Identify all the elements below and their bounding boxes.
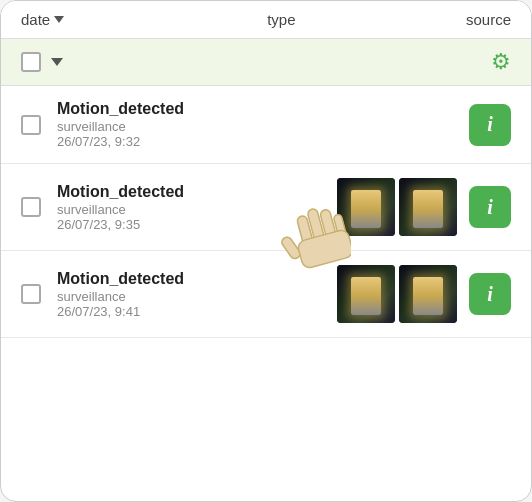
sort-icon bbox=[54, 16, 64, 23]
thumbnail-image bbox=[337, 178, 395, 236]
date-column-header[interactable]: date bbox=[21, 11, 205, 28]
chevron-down-icon[interactable] bbox=[51, 58, 63, 66]
item-checkbox[interactable] bbox=[21, 197, 41, 217]
item-subtitle: surveillance bbox=[57, 289, 337, 304]
thumbnail-group bbox=[337, 178, 457, 236]
filter-bar: ⚙ bbox=[1, 39, 531, 86]
item-info: Motion_detected surveillance 26/07/23, 9… bbox=[57, 270, 337, 319]
info-button[interactable]: i bbox=[469, 104, 511, 146]
thumbnail-image bbox=[399, 265, 457, 323]
info-button[interactable]: i bbox=[469, 273, 511, 315]
list-item: Motion_detected surveillance 26/07/23, 9… bbox=[1, 251, 531, 338]
source-column-header: source bbox=[358, 11, 511, 28]
thumbnail-group bbox=[337, 265, 457, 323]
item-info: Motion_detected surveillance 26/07/23, 9… bbox=[57, 100, 469, 149]
item-title: Motion_detected bbox=[57, 183, 337, 201]
item-subtitle: surveillance bbox=[57, 119, 469, 134]
item-date: 26/07/23, 9:35 bbox=[57, 217, 337, 232]
item-title: Motion_detected bbox=[57, 270, 337, 288]
gear-icon[interactable]: ⚙ bbox=[491, 49, 511, 75]
table-header: date type source bbox=[1, 1, 531, 39]
item-date: 26/07/23, 9:41 bbox=[57, 304, 337, 319]
item-checkbox[interactable] bbox=[21, 284, 41, 304]
select-all-checkbox[interactable] bbox=[21, 52, 41, 72]
item-title: Motion_detected bbox=[57, 100, 469, 118]
list-item: Motion_detected surveillance 26/07/23, 9… bbox=[1, 86, 531, 164]
item-subtitle: surveillance bbox=[57, 202, 337, 217]
type-column-header: type bbox=[205, 11, 358, 28]
item-date: 26/07/23, 9:32 bbox=[57, 134, 469, 149]
thumbnail-image bbox=[399, 178, 457, 236]
thumbnail-image bbox=[337, 265, 395, 323]
date-label: date bbox=[21, 11, 50, 28]
main-container: date type source ⚙ Motion_detected surve… bbox=[0, 0, 532, 502]
item-checkbox[interactable] bbox=[21, 115, 41, 135]
info-button[interactable]: i bbox=[469, 186, 511, 228]
list-item: Motion_detected surveillance 26/07/23, 9… bbox=[1, 164, 531, 251]
item-info: Motion_detected surveillance 26/07/23, 9… bbox=[57, 183, 337, 232]
